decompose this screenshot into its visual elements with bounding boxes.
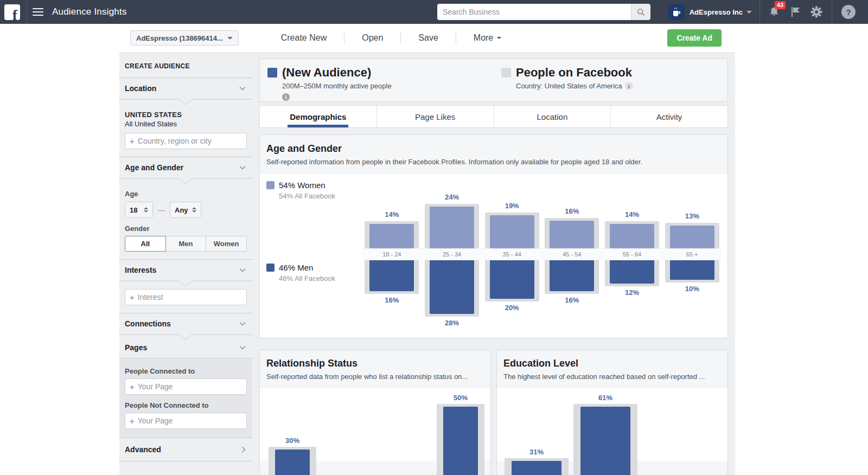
pages-feed-button[interactable] [790, 6, 801, 18]
section-header-pages[interactable]: Pages [119, 341, 252, 358]
section-header-connections[interactable]: Connections [119, 313, 252, 334]
hamburger-menu-icon[interactable] [33, 8, 43, 16]
more-label: More [474, 33, 493, 43]
value-bar[interactable] [512, 461, 561, 475]
age-gender-bar-group: 16%45 - 5416% [542, 174, 602, 337]
benchmark-country: Country: United States of America i [516, 82, 720, 90]
not-connected-page-input[interactable] [138, 416, 242, 425]
women-bar-value: 14% [602, 210, 662, 219]
connected-page-input[interactable] [138, 382, 242, 391]
coffee-cup-icon [671, 7, 682, 17]
women-bar[interactable] [490, 215, 534, 248]
account-avatar[interactable] [668, 4, 685, 20]
chevron-down-icon [239, 268, 246, 272]
section-header-interests[interactable]: Interests [119, 260, 252, 280]
section-label: Interests [125, 266, 156, 274]
location-input[interactable] [138, 137, 242, 145]
women-bar[interactable] [670, 226, 714, 248]
section-header-location[interactable]: Location [119, 78, 252, 99]
audience-insights-screen: f Audience Insights AdEspresso Inc 43 [0, 0, 868, 475]
open-button[interactable]: Open [344, 33, 400, 43]
navbar-divider [832, 0, 832, 24]
age-min-select[interactable]: 18 [125, 202, 153, 218]
men-bar[interactable] [430, 260, 474, 314]
save-button[interactable]: Save [401, 33, 455, 43]
audience-size: 200M–250M monthly active people [282, 82, 486, 90]
saved-audience-dropdown[interactable]: AdEspresso (138696414... [130, 30, 239, 46]
women-bar-value: 13% [662, 212, 722, 220]
stepper-icon [144, 207, 148, 213]
help-icon: ? [846, 8, 851, 17]
men-bar-value: 12% [602, 288, 662, 297]
notifications-button[interactable]: 43 [768, 6, 780, 18]
info-icon[interactable]: i [625, 82, 633, 90]
chevron-down-icon [239, 165, 246, 170]
age-max-select[interactable]: Any [170, 202, 201, 218]
chevron-down-icon [227, 37, 233, 40]
people-connected-label: People Connected to [125, 367, 247, 375]
plus-icon: + [130, 293, 135, 302]
create-new-button[interactable]: Create New [264, 33, 344, 43]
men-bar-value: 16% [542, 296, 602, 304]
section-label: Age and Gender [125, 163, 183, 172]
women-legend-swatch [266, 181, 275, 189]
men-bar[interactable] [369, 260, 414, 291]
men-bar[interactable] [550, 260, 594, 291]
men-bar-value: 28% [422, 319, 482, 327]
value-bar[interactable] [275, 450, 310, 475]
education-chart: 31%61% [497, 388, 727, 461]
help-button[interactable]: ? [841, 5, 856, 19]
advanced-section-button[interactable]: Advanced [119, 438, 252, 461]
age-gender-bar-group: 24%25 - 3428% [422, 174, 482, 337]
audience-title: (New Audience) [282, 66, 371, 80]
men-bar[interactable] [610, 260, 654, 284]
men-legend-label: 46% Men [279, 263, 313, 272]
men-bar-value: 10% [662, 285, 722, 293]
settings-button[interactable] [810, 6, 822, 18]
search-button[interactable] [631, 4, 650, 20]
card-subtitle: The highest level of education reached b… [503, 373, 721, 381]
section-notch-divider [119, 178, 252, 184]
women-bar[interactable] [430, 207, 474, 248]
demographics-bottom-row: Relationship Status Self-reported data f… [259, 350, 728, 475]
audience-summary-card: (New Audience) 200M–250M monthly active … [259, 59, 728, 102]
benchmark-summary: People on Facebook Country: United State… [494, 59, 727, 101]
men-bar[interactable] [670, 260, 714, 280]
info-icon[interactable]: i [282, 93, 290, 101]
new-audience-summary: (New Audience) 200M–250M monthly active … [260, 59, 494, 101]
age-gender-chart: 14%18 - 2416%24%25 - 3428%19%35 - 4420%1… [362, 174, 722, 337]
sidebar-title: CREATE AUDIENCE [119, 53, 252, 78]
plus-icon: + [130, 382, 135, 391]
facebook-logo-icon[interactable]: f [4, 4, 20, 20]
create-ad-button[interactable]: Create Ad [667, 29, 722, 47]
men-benchmark-label: 46% All Facebook [279, 274, 361, 283]
interest-input[interactable] [138, 293, 242, 301]
women-bar[interactable] [369, 224, 414, 248]
gender-option-women[interactable]: Women [206, 236, 247, 252]
section-notch-divider [119, 280, 252, 287]
chevron-down-icon [497, 37, 501, 39]
gender-option-all[interactable]: All [125, 236, 166, 252]
connected-page-input-wrap: + [125, 378, 247, 395]
search-input[interactable] [437, 4, 631, 20]
women-bar-value: 24% [422, 193, 482, 201]
tab-location[interactable]: Location [494, 106, 611, 127]
age-axis-label: 55 - 64 [602, 248, 662, 260]
tab-demographics[interactable]: Demographics [260, 106, 376, 127]
section-label: Advanced [125, 445, 161, 454]
women-bar[interactable] [610, 224, 654, 248]
gender-option-men[interactable]: Men [166, 236, 207, 252]
more-menu-button[interactable]: More [456, 33, 519, 43]
section-label: Location [125, 84, 156, 93]
tab-activity[interactable]: Activity [610, 106, 727, 127]
tab-page-likes[interactable]: Page Likes [376, 106, 494, 127]
value-bar[interactable] [443, 407, 478, 475]
age-label: Age [125, 190, 247, 198]
legend-men: 46% Men 46% All Facebook [266, 263, 361, 283]
men-legend-swatch [266, 264, 275, 272]
section-header-age-gender[interactable]: Age and Gender [119, 157, 252, 178]
women-bar[interactable] [550, 221, 594, 248]
account-switcher[interactable]: AdEspresso Inc [690, 8, 752, 16]
value-bar[interactable] [580, 407, 630, 475]
men-bar[interactable] [490, 260, 534, 299]
